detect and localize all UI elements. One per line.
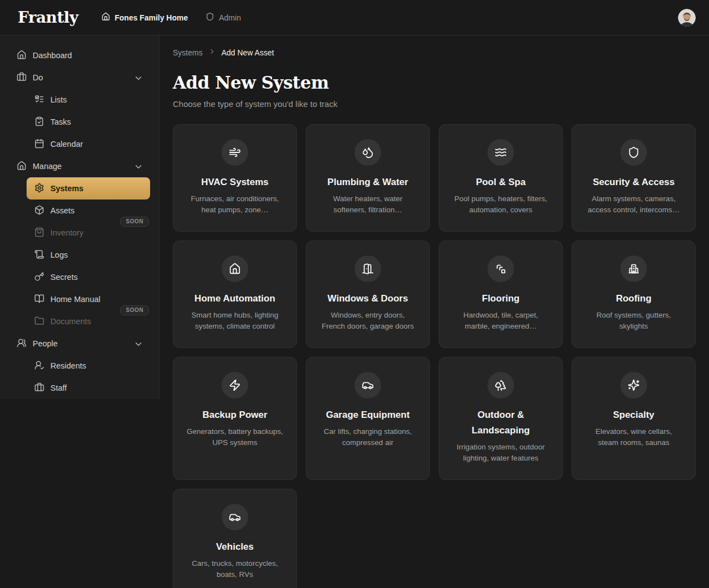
top-nav: Fones Family Home Admin [95, 8, 678, 27]
system-card-flooring[interactable]: FlooringHardwood, tile, carpet, marble, … [439, 241, 563, 348]
system-type-grid: HVAC SystemsFurnaces, air conditioners, … [173, 124, 696, 588]
sidebar-item-systems[interactable]: Systems [27, 177, 150, 200]
system-card-outdoor-landscaping[interactable]: Outdoor & LandscapingIrrigation systems,… [439, 357, 563, 480]
sidebar-nav: DashboardDoListsTasksCalendarManageSyste… [0, 44, 159, 399]
app-logo: Frantly [18, 8, 78, 27]
home-icon [101, 12, 110, 23]
sidebar-item-dashboard[interactable]: Dashboard [9, 44, 150, 67]
sidebar-item-do[interactable]: Do [9, 67, 150, 89]
card-description: Cars, trucks, motorcycles, boats, RVs [186, 558, 284, 580]
sidebar-item-label: Lists [50, 95, 67, 104]
sidebar-item-secrets[interactable]: Secrets [27, 266, 150, 288]
sidebar-item-label: Logs [50, 250, 68, 259]
clipboard-check-icon [34, 116, 44, 128]
sidebar-item-label: Secrets [50, 273, 78, 282]
card-title: Outdoor & Landscaping [452, 407, 549, 438]
sidebar-item-label: Systems [50, 184, 84, 193]
users-icon [17, 338, 27, 350]
card-title: Roofing [616, 291, 651, 306]
house-icon [17, 50, 27, 62]
sidebar-item-lists[interactable]: Lists [27, 89, 150, 111]
sidebar-item-manage[interactable]: Manage [9, 155, 150, 177]
sidebar-item-logs[interactable]: Logs [27, 244, 150, 266]
sidebar-item-label: Calendar [50, 140, 83, 149]
card-title: Windows & Doors [327, 291, 408, 306]
card-title: Backup Power [202, 407, 267, 423]
system-card-hvac-systems[interactable]: HVAC SystemsFurnaces, air conditioners, … [173, 124, 297, 232]
sparkles-icon [620, 372, 647, 398]
house-icon [222, 255, 248, 282]
breadcrumb-current: Add New Asset [222, 48, 274, 57]
key-icon [34, 272, 44, 283]
blocks-icon [487, 255, 514, 282]
system-card-pool-spa[interactable]: Pool & SpaPool pumps, heaters, filters, … [439, 124, 563, 232]
breadcrumb: Systems Add New Asset [173, 48, 696, 57]
card-title: Specialty [613, 407, 655, 423]
soon-badge: SOON [120, 305, 149, 315]
sidebar-item-label: Do [33, 73, 43, 82]
card-description: Pool pumps, heaters, filters, automation… [452, 193, 549, 216]
car-icon [354, 372, 381, 398]
sidebar-item-inventory[interactable]: InventorySOON [27, 222, 150, 244]
card-description: Furnaces, air conditioners, heat pumps, … [186, 193, 284, 216]
sidebar-item-tasks[interactable]: Tasks [27, 111, 150, 133]
waves-icon [487, 139, 514, 166]
main-content: Systems Add New Asset Add New System Cho… [160, 35, 709, 588]
sidebar-item-documents[interactable]: DocumentsSOON [27, 310, 150, 333]
card-title: Vehicles [216, 539, 254, 555]
chevron-down-icon[interactable] [133, 162, 142, 171]
soon-badge: SOON [120, 217, 149, 227]
card-description: Roof systems, gutters, skylights [585, 310, 682, 332]
system-card-security-access[interactable]: Security & AccessAlarm systems, cameras,… [572, 124, 696, 232]
sidebar-item-label: Dashboard [33, 51, 72, 60]
chevron-down-icon[interactable] [133, 73, 142, 82]
sidebar-item-label: Documents [50, 317, 91, 326]
system-card-specialty[interactable]: SpecialtyElevators, wine cellars, steam … [572, 357, 696, 480]
card-title: Plumbing & Water [327, 175, 408, 190]
building-icon [620, 255, 647, 282]
system-card-windows-doors[interactable]: Windows & DoorsWindows, entry doors, Fre… [306, 241, 430, 348]
sidebar-item-calendar[interactable]: Calendar [27, 133, 150, 155]
card-description: Hardwood, tile, carpet, marble, engineer… [452, 310, 549, 332]
page-title: Add New System [173, 73, 696, 93]
sidebar-item-residents[interactable]: Residents [27, 355, 150, 377]
system-card-backup-power[interactable]: Backup PowerGenerators, battery backups,… [173, 357, 297, 480]
system-card-garage-equipment[interactable]: Garage EquipmentCar lifts, charging stat… [306, 357, 430, 480]
card-description: Elevators, wine cellars, steam rooms, sa… [585, 426, 682, 448]
sidebar-item-staff[interactable]: Staff [27, 377, 150, 399]
system-card-vehicles[interactable]: VehiclesCars, trucks, motorcycles, boats… [173, 489, 297, 588]
system-card-roofing[interactable]: RoofingRoof systems, gutters, skylights [572, 241, 696, 348]
card-title: Home Automation [194, 291, 275, 306]
droplets-icon [354, 139, 381, 166]
shield-icon [620, 139, 647, 166]
briefcase-icon [17, 72, 27, 84]
home-nav-button[interactable]: Fones Family Home [95, 8, 194, 27]
shopping-bag-icon [34, 227, 44, 239]
card-title: Security & Access [593, 175, 675, 190]
card-title: Garage Equipment [326, 407, 409, 423]
sidebar-item-label: Manage [33, 162, 61, 171]
card-description: Car lifts, charging stations, compressed… [319, 426, 417, 448]
chevron-down-icon[interactable] [133, 339, 142, 348]
book-open-icon [34, 294, 44, 305]
system-card-plumbing-water[interactable]: Plumbing & WaterWater heaters, water sof… [306, 124, 430, 232]
admin-nav-button[interactable]: Admin [199, 8, 248, 27]
home-nav-label: Fones Family Home [115, 13, 188, 22]
sidebar-item-people[interactable]: People [9, 333, 150, 355]
admin-nav-label: Admin [219, 13, 241, 22]
card-title: Flooring [482, 291, 520, 306]
card-description: Alarm systems, cameras, access control, … [585, 193, 682, 216]
card-title: Pool & Spa [476, 175, 526, 190]
wind-icon [222, 139, 248, 166]
user-check-icon [34, 360, 44, 372]
sidebar: DashboardDoListsTasksCalendarManageSyste… [0, 35, 160, 399]
sidebar-item-label: Staff [50, 384, 67, 392]
shield-icon [205, 12, 214, 23]
zap-icon [222, 372, 248, 398]
breadcrumb-systems[interactable]: Systems [173, 48, 203, 57]
card-description: Smart home hubs, lighting systems, clima… [186, 310, 284, 332]
system-card-home-automation[interactable]: Home AutomationSmart home hubs, lighting… [173, 241, 297, 348]
scroll-icon [34, 249, 44, 261]
sidebar-item-label: Residents [50, 361, 86, 370]
user-avatar[interactable] [678, 9, 696, 27]
